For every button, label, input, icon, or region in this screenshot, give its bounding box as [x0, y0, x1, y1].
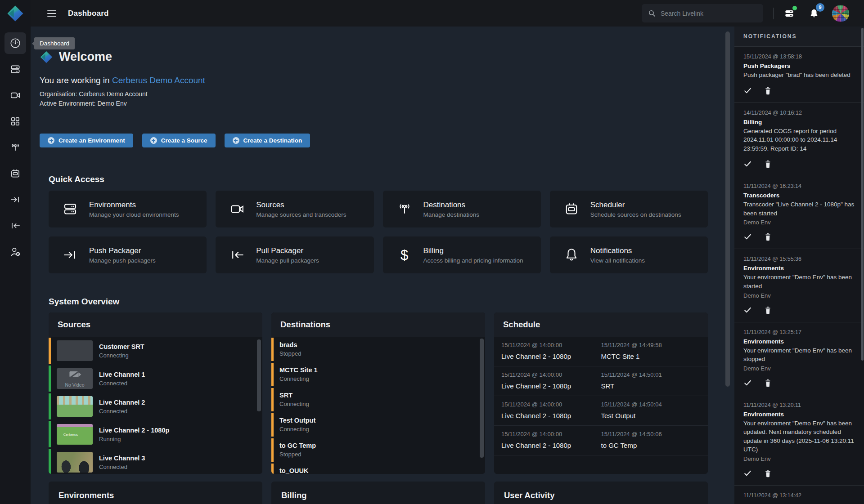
notification-card[interactable]: 11/11/2024 @ 13:20:11 Environments Your … [734, 395, 864, 486]
quick-access-card-sources[interactable]: Sources Manage sources and transcoders [216, 191, 374, 227]
notification-body: Push packager "brad" has been deleted [743, 71, 855, 80]
sidebar-item-grid[interactable] [4, 111, 26, 132]
notification-card[interactable]: 11/11/2024 @ 13:14:42 [734, 486, 864, 504]
delete-notification-button[interactable] [764, 86, 772, 95]
destinations-scrollbar[interactable] [480, 339, 484, 458]
delete-notification-button[interactable] [764, 306, 772, 314]
mark-read-button[interactable] [743, 86, 752, 95]
sidebar-item-destinations[interactable] [4, 137, 26, 158]
account-link[interactable]: Cerberus Demo Account [112, 76, 205, 85]
main-content: Welcome You are working in Cerberus Demo… [31, 27, 734, 504]
source-row[interactable]: Cerberus Live Channel 2 - 1080p Running [49, 420, 262, 448]
delete-notification-button[interactable] [764, 469, 772, 477]
delete-notification-button[interactable] [764, 379, 772, 387]
create-environment-button[interactable]: Create an Environment [40, 134, 133, 147]
source-row[interactable]: Live Channel 3 Connected [49, 448, 262, 474]
mark-read-button[interactable] [743, 379, 752, 387]
environment-status-button[interactable] [783, 8, 795, 19]
quick-access-card-push-packager[interactable]: Push Packager Manage push packagers [49, 236, 207, 273]
notifications-button[interactable]: 9 [809, 8, 819, 19]
destination-row[interactable]: to_OUUK [271, 463, 485, 474]
notification-card[interactable]: 14/11/2024 @ 10:16:12 Billing Generated … [734, 103, 864, 177]
quick-access-card-notifications[interactable]: Notifications View all notifications [550, 236, 708, 273]
schedule-row[interactable]: 15/11/2024 @ 14:00:00 Live Channel 2 - 1… [494, 396, 708, 426]
notification-card[interactable]: 11/11/2024 @ 13:25:17 Environments Your … [734, 322, 864, 395]
sources-list: Customer SRT Connecting No Video Live Ch… [49, 337, 262, 474]
source-row[interactable]: No Video Live Channel 1 Connected [49, 365, 262, 392]
sidebar-item-dashboard[interactable] [4, 32, 26, 54]
sidebar-item-environments[interactable] [4, 58, 26, 80]
create-source-label: Create a Source [161, 137, 207, 144]
system-overview-heading: System Overview [49, 297, 708, 307]
schedule-row[interactable]: 15/11/2024 @ 14:00:00 Live Channel 2 - 1… [494, 366, 708, 396]
quick-access-card-scheduler[interactable]: Scheduler Schedule sources on destinatio… [550, 191, 708, 227]
destination-row[interactable]: Test Output Connecting [271, 412, 485, 437]
notification-timestamp: 15/11/2024 @ 13:58:18 [743, 54, 855, 60]
schedule-source: Live Channel 2 - 1080p [501, 352, 601, 360]
environments-panel-title: Environments [58, 491, 252, 500]
source-name: Live Channel 1 [99, 371, 145, 378]
search-box[interactable] [642, 4, 763, 22]
sidebar-item-sources[interactable] [4, 85, 26, 106]
search-icon [648, 9, 656, 17]
sidebar-tooltip: Dashboard [34, 37, 75, 49]
status-bar [271, 413, 274, 437]
destination-status: Stopped [279, 451, 485, 458]
working-in-line: You are working in Cerberus Demo Account [40, 76, 708, 85]
card-title: Pull Packager [256, 246, 319, 255]
notifications-scrollbar[interactable] [861, 28, 864, 361]
create-destination-button[interactable]: Create a Destination [225, 134, 310, 147]
source-row[interactable]: Live Channel 2 Connected [49, 392, 262, 420]
sources-scrollbar[interactable] [257, 339, 261, 411]
destination-row[interactable]: brads Stopped [271, 337, 485, 362]
quick-access-card-pull-packager[interactable]: Pull Packager Manage pull packagers [216, 236, 374, 273]
schedule-row[interactable]: 15/11/2024 @ 14:00:00 Live Channel 2 - 1… [494, 337, 708, 366]
create-source-button[interactable]: Create a Source [142, 134, 216, 147]
main-scrollbar[interactable] [725, 31, 730, 387]
sidebar-item-pull-packager[interactable] [4, 215, 26, 236]
destination-row[interactable]: SRT Connecting [271, 387, 485, 412]
status-bar [271, 464, 274, 474]
card-desc: Manage sources and transcoders [256, 211, 346, 218]
menu-toggle-button[interactable] [47, 10, 56, 17]
mark-read-button[interactable] [743, 306, 752, 314]
notification-card[interactable]: 11/11/2024 @ 15:55:36 Environments Your … [734, 249, 864, 322]
sidebar-item-scheduler[interactable] [4, 163, 26, 184]
mark-read-button[interactable] [743, 469, 752, 477]
sidebar-item-push-packager[interactable] [4, 189, 26, 210]
pull-arrow-icon [228, 247, 246, 263]
mark-read-button[interactable] [743, 160, 752, 168]
card-desc: Access billing and pricing information [423, 257, 523, 264]
billing-panel: Billing [271, 482, 485, 504]
notification-title: Transcoders [743, 192, 855, 199]
app-logo[interactable] [0, 0, 31, 27]
destinations-panel-title: Destinations [271, 312, 485, 337]
card-title: Push Packager [89, 246, 156, 255]
source-row[interactable]: Customer SRT Connecting [49, 337, 262, 365]
quick-access-card-destinations[interactable]: Destinations Manage destinations [383, 191, 541, 227]
card-desc: Schedule sources on destinations [590, 211, 681, 218]
trash-icon [764, 86, 772, 95]
source-thumbnail [57, 340, 93, 361]
notification-card[interactable]: 11/11/2024 @ 16:23:14 Transcoders Transc… [734, 176, 864, 249]
notification-actions [743, 232, 855, 241]
schedule-row[interactable]: 15/11/2024 @ 14:00:00 Live Channel 2 - 1… [494, 426, 708, 455]
trash-icon [764, 379, 772, 387]
notification-card[interactable]: 15/11/2024 @ 13:58:18 Push Packagers Pus… [734, 47, 864, 103]
user-avatar[interactable] [832, 5, 849, 22]
delete-notification-button[interactable] [764, 160, 772, 168]
schedule-source: Live Channel 2 - 1080p [501, 442, 601, 449]
destination-row[interactable]: MCTC Site 1 Connecting [271, 362, 485, 387]
push-arrow-icon [61, 247, 79, 263]
status-bar [271, 363, 274, 386]
user-activity-panel-title: User Activity [504, 491, 698, 500]
source-status: Connected [99, 408, 145, 415]
destination-row[interactable]: to GC Temp Stopped [271, 437, 485, 463]
quick-access-card-environments[interactable]: Environments Manage your cloud environme… [49, 191, 207, 227]
notification-count-badge: 9 [816, 3, 824, 12]
delete-notification-button[interactable] [764, 232, 772, 241]
sidebar-item-user-activity[interactable] [4, 241, 26, 263]
quick-access-card-billing[interactable]: $ Billing Access billing and pricing inf… [383, 236, 541, 273]
mark-read-button[interactable] [743, 232, 752, 241]
search-input[interactable] [661, 10, 757, 17]
